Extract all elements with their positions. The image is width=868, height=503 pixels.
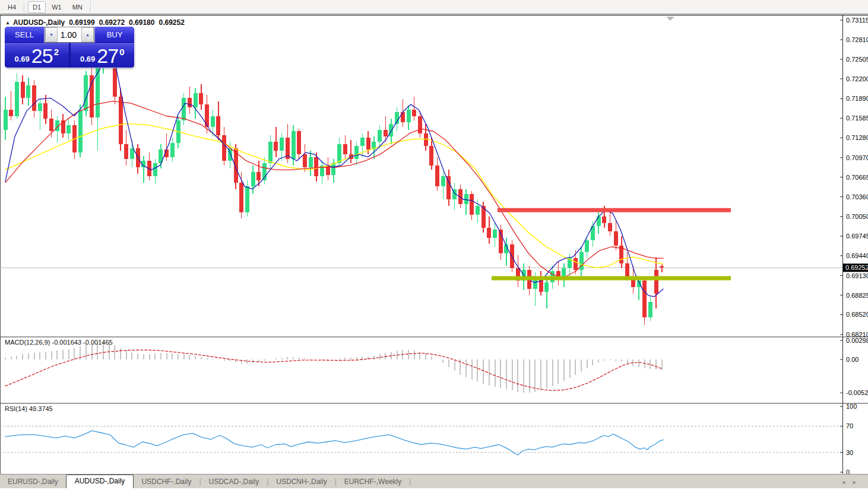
macd-axis-label: -0.005256 [846, 389, 868, 396]
tab-usdchfdaily[interactable]: USDCHF-,Daily [134, 476, 199, 488]
volume-decrease-button[interactable]: ▼ [45, 27, 58, 42]
candle-body [188, 98, 192, 107]
tab-separator: | [409, 477, 411, 488]
candle-body [597, 217, 601, 226]
candle-body [331, 163, 335, 174]
candle-body [642, 281, 647, 317]
candle-body [360, 138, 365, 146]
timeframe-button-d1[interactable]: D1 [28, 1, 46, 13]
candle-body [378, 130, 382, 141]
macd-axis-label: 0.00 [846, 356, 859, 363]
tab-eurchfweekly[interactable]: EURCHF-,Weekly [337, 476, 409, 488]
price-axis-label: 0.73115 [846, 17, 868, 24]
volume-stepper: ▼ 1.00 ▲ [45, 27, 94, 43]
tab-usdcnhdaily[interactable]: USDCNH-,Daily [268, 476, 334, 488]
candle-body [222, 135, 226, 161]
collapse-panel-icon[interactable]: ▲ [5, 20, 10, 26]
price-axis-label: 0.69130 [846, 272, 868, 279]
buy-price-prefix: 0.69 [80, 55, 95, 63]
timeframe-toolbar: H4D1W1MN [0, 0, 868, 14]
tab-scroll-right-icon[interactable]: ► [852, 479, 863, 485]
candle-body [274, 142, 278, 151]
candle-body [15, 82, 19, 116]
timeframe-button-w1[interactable]: W1 [47, 1, 66, 13]
toolbar-separator [90, 2, 91, 12]
price-axis-label: 0.71585 [846, 114, 868, 122]
candle-body [119, 97, 123, 144]
ohlc-open: 0.69199 [69, 18, 94, 27]
candle-body [648, 302, 652, 317]
candle-body [429, 146, 433, 165]
application-window: H4D1W1MN 0.731150.728100.725050.722000.7… [0, 0, 868, 503]
price-chart-canvas[interactable]: 0.731150.728100.725050.722000.718900.715… [0, 15, 868, 503]
candle-body [199, 93, 203, 104]
buy-price-pip: 0 [119, 47, 124, 57]
tab-scroll-left-icon[interactable]: ◄ [841, 479, 852, 485]
candle-body [66, 125, 71, 133]
current-price-tag-text: 0.69252 [845, 264, 868, 271]
buy-button[interactable]: BUY [94, 27, 134, 43]
price-axis-label: 0.71890 [846, 95, 868, 102]
volume-increase-button[interactable]: ▲ [81, 27, 94, 42]
price-axis-label: 0.70050 [846, 213, 868, 220]
chart-symbol-label: AUDUSD-,Daily [13, 18, 65, 27]
candle-body [292, 131, 296, 158]
candle-body [418, 116, 422, 133]
price-axis-label: 0.70360 [846, 193, 868, 200]
chart-window[interactable]: 0.731150.728100.725050.722000.718900.715… [0, 15, 868, 503]
sell-price-pip: 2 [54, 47, 59, 57]
rsi-axis-label: 30 [846, 449, 853, 456]
candle-body [32, 85, 36, 111]
tab-audusddaily[interactable]: AUDUSD-,Daily [66, 475, 134, 488]
candle-body [343, 144, 347, 154]
candle-body [401, 112, 405, 122]
candle-body [441, 176, 445, 186]
candle-body [49, 119, 53, 132]
candle-body [424, 133, 428, 147]
sell-price-big: 25 [31, 44, 53, 68]
rsi-axis-label: 100 [846, 403, 857, 410]
candle-body [476, 206, 480, 215]
candle-body [239, 183, 243, 212]
rsi-value: 49.3745 [29, 405, 53, 412]
candle-body [153, 163, 157, 176]
ohlc-low: 0.69180 [129, 18, 154, 27]
sell-button[interactable]: SELL [5, 27, 45, 43]
price-axis-label: 0.69440 [846, 252, 868, 259]
candle-body [412, 110, 416, 116]
price-axis-label: 0.68520 [846, 311, 868, 318]
candle-body [211, 116, 215, 127]
candle-body [314, 157, 318, 176]
price-axis-label: 0.72505 [846, 56, 868, 63]
candle-body [182, 98, 186, 120]
candle-body [608, 223, 612, 231]
price-axis-label: 0.68825 [846, 292, 868, 299]
symbol-tab-bar: EURUSD-,DailyAUDUSD-,DailyUSDCHF-,Daily|… [0, 474, 868, 488]
sell-price-display[interactable]: 0.69 25 2 [5, 43, 69, 68]
candle-body [602, 217, 606, 223]
tab-usdcaddaily[interactable]: USDCAD-,Daily [201, 476, 267, 488]
candle-body [280, 138, 284, 151]
candle-body [303, 154, 307, 167]
candle-body [4, 110, 8, 130]
candle-body [625, 263, 629, 276]
candle-body [216, 116, 220, 135]
tab-eurusddaily[interactable]: EURUSD-,Daily [0, 476, 66, 488]
volume-input[interactable]: 1.00 [58, 27, 81, 42]
candle-body [389, 124, 393, 137]
candle-body [256, 172, 261, 180]
candle-body [170, 143, 175, 157]
candle-body [366, 138, 370, 149]
price-axis-label: 0.69745 [846, 233, 868, 240]
one-click-trading-panel: SELL ▼ 1.00 ▲ BUY 0.69 25 2 0.69 27 0 [5, 27, 134, 68]
candle-body [544, 282, 549, 291]
price-axis-label: 0.70665 [846, 174, 868, 181]
buy-price-display[interactable]: 0.69 27 0 [71, 43, 135, 68]
timeframe-button-h4[interactable]: H4 [3, 1, 21, 13]
candle-body [654, 270, 658, 294]
candle-body [407, 110, 411, 123]
timeframe-button-mn[interactable]: MN [68, 1, 87, 13]
candle-body [464, 194, 468, 203]
ohlc-high: 0.69272 [99, 18, 125, 27]
candle-body [38, 103, 42, 111]
